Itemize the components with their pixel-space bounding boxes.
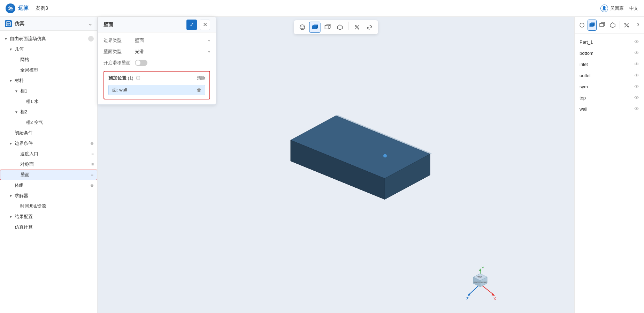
visibility-icon[interactable]: 👁 bbox=[634, 73, 639, 78]
sidebar-header: 仿真 ⌄ bbox=[0, 17, 97, 31]
dropdown-arrow-icon: ▾ bbox=[208, 38, 210, 43]
tree-label: 相2 bbox=[20, 109, 94, 115]
add-boundary-icon[interactable]: ⊕ bbox=[90, 141, 94, 146]
sidebar-item-init-cond[interactable]: 初始条件 bbox=[0, 128, 97, 138]
user-info[interactable]: 👤 吴因豪 bbox=[600, 5, 624, 12]
sidebar-item-result-config[interactable]: ▼ 结果配置 bbox=[0, 211, 97, 222]
slip-wall-toggle-container bbox=[135, 60, 210, 66]
language-selector[interactable]: 中文 bbox=[629, 5, 638, 12]
solid-view-btn[interactable] bbox=[588, 20, 596, 31]
right-list-label: outlet bbox=[580, 73, 591, 78]
panel-body: 边界类型 壁面 ▾ 壁面类型 光滑 ▾ 开启滑移壁面 bbox=[98, 32, 216, 104]
sidebar-item-phase2-air[interactable]: 相2 空气 bbox=[0, 117, 97, 128]
sidebar-item-sim-calc[interactable]: 仿真计算 bbox=[0, 222, 97, 232]
svg-point-9 bbox=[300, 26, 305, 29]
section-clear-button[interactable]: 清除 bbox=[197, 75, 205, 81]
panel-header: 壁面 ✓ ✕ bbox=[98, 17, 216, 32]
sidebar-item-wall[interactable]: 壁面 ≡ bbox=[0, 170, 97, 180]
add-body-icon[interactable]: ⊕ bbox=[90, 183, 94, 188]
menu-icon[interactable]: ≡ bbox=[91, 172, 93, 177]
wall-type-label: 壁面类型 bbox=[104, 49, 135, 55]
sidebar-item-global-model[interactable]: 全局模型 bbox=[0, 65, 97, 75]
layer-view-btn[interactable] bbox=[577, 20, 586, 31]
tree-label: 边界条件 bbox=[15, 140, 89, 147]
panel-close-button[interactable]: ✕ bbox=[200, 20, 210, 30]
refresh-view-btn[interactable] bbox=[632, 20, 641, 31]
visibility-icon[interactable]: 👁 bbox=[634, 39, 639, 45]
sidebar-item-sim-root[interactable]: ▼ 自由表面流场仿真 bbox=[0, 33, 97, 44]
app-name: 远算 bbox=[18, 5, 29, 12]
svg-marker-42 bbox=[603, 23, 605, 27]
location-delete-button[interactable]: 🗑 bbox=[197, 87, 201, 93]
sidebar-item-mesh[interactable]: 网格 bbox=[0, 54, 97, 65]
app-logo[interactable]: 远 远算 bbox=[6, 3, 29, 13]
user-avatar-icon: 👤 bbox=[600, 5, 608, 12]
svg-rect-0 bbox=[6, 22, 10, 26]
visibility-icon[interactable]: 👁 bbox=[634, 84, 639, 89]
view-outline-btn[interactable] bbox=[335, 22, 346, 33]
visibility-icon[interactable]: 👁 bbox=[634, 61, 639, 67]
sidebar-item-geometry[interactable]: ▼ 几何 bbox=[0, 44, 97, 54]
right-list-item-sym[interactable]: sym 👁 bbox=[575, 81, 644, 92]
right-panel: Part_1 👁 bottom 👁 inlet 👁 outlet 👁 sym � bbox=[574, 17, 644, 313]
sidebar-item-solver[interactable]: ▼ 求解器 bbox=[0, 191, 97, 201]
clip-btn[interactable] bbox=[352, 22, 363, 33]
visibility-icon[interactable]: 👁 bbox=[634, 50, 639, 56]
expand-icon: ▼ bbox=[14, 110, 19, 114]
sidebar-item-material[interactable]: ▼ 材料 bbox=[0, 75, 97, 86]
menu-icon[interactable]: ≡ bbox=[91, 162, 94, 167]
right-list-item-wall[interactable]: wall 👁 bbox=[575, 103, 644, 114]
right-list-item-bottom[interactable]: bottom 👁 bbox=[575, 47, 644, 59]
boundary-type-label: 边界类型 bbox=[104, 37, 135, 44]
right-list-label: inlet bbox=[580, 62, 588, 67]
cut-view-btn[interactable] bbox=[622, 20, 631, 31]
svg-point-36 bbox=[580, 23, 584, 27]
sidebar-item-phase2[interactable]: ▼ 相2 bbox=[0, 107, 97, 117]
visibility-icon[interactable]: 👁 bbox=[634, 106, 639, 112]
orientation-cube[interactable]: Y Z X TOP FRONT bbox=[463, 267, 498, 306]
wall-type-value[interactable]: 光滑 ▾ bbox=[135, 49, 210, 55]
dropdown-arrow-icon: ▾ bbox=[208, 50, 210, 54]
sidebar-tree: ▼ 自由表面流场仿真 ▼ 几何 网格 全局模型 ▼ 材料 bbox=[0, 31, 97, 313]
reset-view-btn[interactable] bbox=[364, 22, 375, 33]
expand-icon bbox=[8, 183, 13, 188]
expand-icon bbox=[8, 225, 13, 230]
section-info-icon[interactable]: ⓘ bbox=[136, 76, 140, 81]
main-layout: 仿真 ⌄ ▼ 自由表面流场仿真 ▼ 几何 网格 bbox=[0, 17, 644, 313]
visibility-icon[interactable]: 👁 bbox=[634, 95, 639, 100]
menu-icon[interactable]: ≡ bbox=[91, 151, 94, 156]
slip-wall-label: 开启滑移壁面 bbox=[104, 60, 135, 66]
tree-label: 仿真计算 bbox=[15, 224, 94, 230]
view-wireframe-btn[interactable] bbox=[322, 22, 333, 33]
sidebar-collapse-icon[interactable]: ⌄ bbox=[88, 20, 92, 27]
3d-model bbox=[224, 105, 447, 225]
sidebar-item-boundary[interactable]: ▼ 边界条件 ⊕ bbox=[0, 138, 97, 149]
svg-text:Z: Z bbox=[466, 297, 469, 301]
right-list-item-outlet[interactable]: outlet 👁 bbox=[575, 70, 644, 81]
case-name: 案例3 bbox=[36, 5, 48, 12]
expand-icon: ▼ bbox=[8, 141, 13, 146]
sim-icon bbox=[5, 20, 12, 27]
expand-icon bbox=[8, 131, 13, 135]
sidebar-item-velocity-inlet[interactable]: 速度入口 ≡ bbox=[0, 149, 97, 159]
slip-wall-toggle[interactable] bbox=[135, 60, 147, 66]
expand-icon bbox=[14, 204, 19, 209]
view-solid-btn[interactable] bbox=[309, 22, 321, 33]
expand-icon: ▼ bbox=[3, 36, 8, 41]
boundary-type-value[interactable]: 壁面 ▾ bbox=[135, 37, 210, 44]
view-sphere-btn[interactable] bbox=[297, 22, 308, 33]
right-list-item-part1[interactable]: Part_1 👁 bbox=[575, 36, 644, 47]
right-list-item-inlet[interactable]: inlet 👁 bbox=[575, 59, 644, 70]
outline-view-btn[interactable] bbox=[608, 20, 617, 31]
tree-label: 初始条件 bbox=[15, 130, 94, 136]
sidebar-item-body-force[interactable]: 体组 ⊕ bbox=[0, 180, 97, 191]
panel-confirm-button[interactable]: ✓ bbox=[186, 20, 197, 30]
wall-type-row: 壁面类型 光滑 ▾ bbox=[104, 49, 210, 55]
sidebar-item-sym[interactable]: 对称面 ≡ bbox=[0, 159, 97, 170]
sidebar-item-timestep[interactable]: 时间步&资源 bbox=[0, 201, 97, 211]
sidebar-item-phase1-water[interactable]: 相1 水 bbox=[0, 96, 97, 107]
wire-view-btn[interactable] bbox=[598, 20, 607, 31]
right-list-item-top[interactable]: top 👁 bbox=[575, 92, 644, 103]
sidebar-item-phase1[interactable]: ▼ 相1 bbox=[0, 86, 97, 96]
tree-label: 相1 水 bbox=[26, 98, 94, 105]
